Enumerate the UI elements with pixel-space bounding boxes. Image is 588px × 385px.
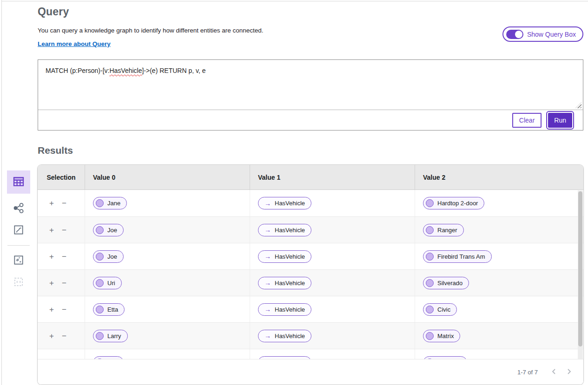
chevron-right-icon [566, 370, 572, 377]
node-label: Hardtop 2-door [437, 200, 478, 207]
map-view-button[interactable] [7, 254, 30, 268]
add-selection-button[interactable]: + [49, 279, 54, 287]
main-content: Query You can query a knowledge graph to… [38, 0, 583, 385]
add-selection-button[interactable]: + [49, 253, 54, 261]
value2-cell: Ranger [415, 217, 583, 243]
value0-cell: Jane [85, 190, 250, 216]
edge-pill[interactable]: → HasVehicle [258, 277, 311, 289]
raw-view-icon [13, 276, 25, 289]
table-scrollbar[interactable] [578, 190, 583, 359]
node-icon [96, 253, 104, 261]
edge-pill[interactable]: → HasVehicle [258, 224, 311, 236]
table-row: + − Jane → HasVehicle [38, 190, 583, 216]
resize-handle-icon[interactable] [575, 102, 581, 108]
value1-cell: → HasVehicle [250, 296, 415, 322]
remove-selection-button[interactable]: − [62, 253, 66, 261]
view-switcher [7, 170, 30, 289]
edge-arrow-icon: → [264, 333, 271, 339]
chart-view-icon [13, 224, 25, 237]
graph-view-button[interactable] [7, 202, 30, 215]
node-icon [426, 253, 434, 261]
add-selection-button[interactable]: + [49, 306, 54, 313]
remove-selection-button[interactable]: − [62, 306, 66, 313]
toggle-switch-icon[interactable] [506, 30, 523, 39]
node-pill[interactable]: Etta [93, 303, 125, 316]
value2-cell: Silverado [415, 270, 583, 296]
page-title: Query [38, 5, 583, 19]
map-view-icon [13, 254, 25, 268]
selection-cell: + − [38, 217, 85, 243]
remove-selection-button[interactable]: − [62, 279, 66, 287]
table-row: + − Uri → HasVehicle [38, 269, 583, 296]
scrollbar-thumb[interactable] [578, 191, 582, 346]
edge-pill[interactable]: → HasVehicle [258, 250, 311, 263]
node-label: Civic [437, 306, 450, 313]
node-icon [96, 332, 104, 340]
column-header-value1: Value 1 [250, 165, 415, 189]
toggle-label: Show Query Box [527, 31, 576, 38]
node-label: Matrix [437, 333, 454, 339]
selection-cell: + − [38, 323, 85, 349]
add-selection-button[interactable]: + [49, 332, 54, 340]
add-selection-button[interactable]: + [49, 226, 54, 234]
value1-cell: → HasVehicle [250, 270, 415, 296]
edge-pill[interactable]: → HasVehicle [258, 197, 311, 209]
node-label: Uri [107, 280, 115, 287]
node-label: Jane [107, 200, 120, 207]
table-row: + − Joe → HasVehicle [38, 349, 583, 359]
show-query-box-toggle[interactable]: Show Query Box [502, 26, 583, 42]
node-pill[interactable]: Ranger [423, 224, 464, 236]
run-button[interactable]: Run [548, 113, 572, 128]
column-header-selection: Selection [38, 165, 85, 189]
table-row: + − Larry → HasVehicle [38, 322, 583, 349]
clear-button[interactable]: Clear [512, 113, 542, 128]
value1-cell: → HasVehicle [250, 217, 415, 243]
node-icon [96, 226, 104, 234]
learn-more-link[interactable]: Learn more about Query [38, 40, 111, 47]
table-view-button[interactable] [7, 170, 30, 194]
value0-cell: Joe [85, 349, 250, 359]
remove-selection-button[interactable]: − [62, 332, 66, 340]
query-actions-bar: Clear Run [38, 110, 583, 130]
node-pill[interactable]: Matrix [423, 330, 460, 342]
chart-view-button[interactable] [7, 223, 30, 237]
node-pill[interactable]: Joe [93, 250, 124, 263]
next-page-button[interactable] [565, 367, 573, 378]
node-label: Joe [107, 227, 117, 234]
value2-cell: Firebird Trans Am [415, 243, 583, 269]
value2-cell: Hardtop 2-door [415, 190, 583, 216]
query-text-before: MATCH (p:Person)-[v: [46, 67, 109, 74]
edge-arrow-icon: → [264, 306, 271, 313]
edge-label: HasVehicle [275, 200, 305, 207]
chevron-left-icon [551, 370, 557, 377]
value1-cell: → HasVehicle [250, 243, 415, 269]
node-pill[interactable]: Silverado [423, 277, 469, 289]
previous-page-button[interactable] [550, 367, 558, 378]
remove-selection-button[interactable]: − [62, 226, 66, 234]
value2-cell: Civic [415, 296, 583, 322]
edge-arrow-icon: → [264, 227, 271, 233]
edge-label: HasVehicle [275, 227, 305, 234]
node-pill[interactable]: Firebird Trans Am [423, 250, 492, 263]
query-text-after: ]->(e) RETURN p, v, e [142, 67, 205, 74]
node-icon [96, 199, 104, 207]
edge-label: HasVehicle [275, 333, 305, 339]
node-pill[interactable]: Jane [93, 197, 127, 209]
node-pill[interactable]: Hardtop 2-door [423, 197, 484, 209]
node-pill[interactable]: Civic [423, 303, 457, 316]
value2-cell: Matrix [415, 323, 583, 349]
edge-pill[interactable]: → HasVehicle [258, 330, 311, 342]
query-input[interactable]: MATCH (p:Person)-[v:HasVehicle]->(e) RET… [38, 60, 583, 110]
node-icon [426, 199, 434, 207]
edge-pill[interactable]: → HasVehicle [258, 303, 311, 316]
edge-arrow-icon: → [264, 200, 271, 207]
node-pill[interactable]: Joe [93, 224, 124, 236]
column-header-value0: Value 0 [85, 165, 250, 189]
add-selection-button[interactable]: + [49, 199, 54, 207]
selection-cell: + − [38, 296, 85, 322]
node-pill[interactable]: Larry [93, 330, 128, 342]
value1-cell: → HasVehicle [250, 349, 415, 359]
table-row: + − Joe → HasVehicle [38, 216, 583, 243]
node-pill[interactable]: Uri [93, 277, 122, 289]
remove-selection-button[interactable]: − [62, 199, 66, 207]
